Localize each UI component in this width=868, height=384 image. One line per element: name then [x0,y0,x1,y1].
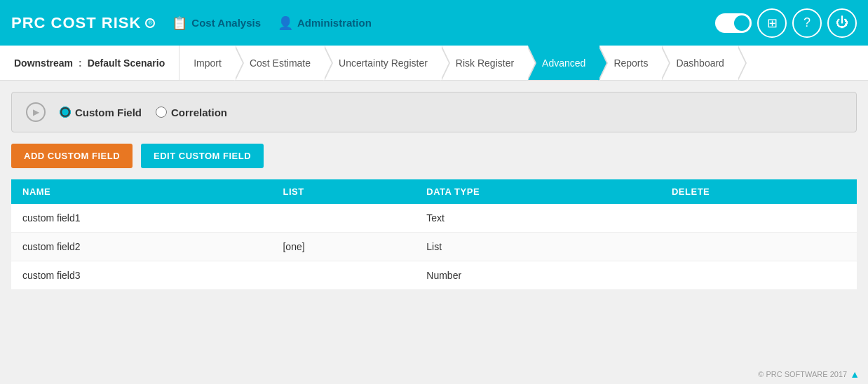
cell-list-1 [271,204,415,233]
footer: © PRC SOFTWARE 2017 ▲ [750,364,868,384]
cell-delete-2 [660,233,857,261]
tab-uncertainty-register[interactable]: Uncertainty Register [325,46,442,80]
main-content: ▶ Custom Field Correlation ADD CUSTOM FI… [0,81,868,301]
tab-advanced[interactable]: Advanced [528,46,599,80]
cost-analysis-icon: 📋 [172,15,187,31]
radio-custom-field-input[interactable] [60,107,71,118]
nav-administration-label: Administration [297,17,372,29]
cell-delete-3 [660,261,857,290]
cell-name-3: custom field3 [11,261,271,290]
radio-section: ▶ Custom Field Correlation [11,92,857,132]
cell-datatype-2: List [415,233,660,261]
power-button[interactable]: ⏻ [827,8,857,38]
logo-registered: ® [145,18,155,28]
table-row: custom field3 Number [11,261,857,290]
radio-correlation-input[interactable] [156,107,167,118]
app-header: PRC COST RISK ® 📋 Cost Analysis 👤 Admini… [0,0,868,46]
edit-custom-field-button[interactable]: EDIT CUSTOM FIELD [141,144,264,168]
table-row: custom field2 [one] List [11,233,857,261]
cell-delete-1 [660,204,857,233]
col-data-type: DATA TYPE [415,179,660,204]
footer-text: © PRC SOFTWARE 2017 [758,370,847,378]
radio-custom-field-label: Custom Field [75,107,142,118]
radio-custom-field[interactable]: Custom Field [60,107,142,118]
breadcrumb-separator: : [79,57,82,69]
nav-administration[interactable]: 👤 Administration [278,15,372,31]
nav-cost-analysis[interactable]: 📋 Cost Analysis [172,15,261,31]
grid-button[interactable]: ⊞ [757,8,787,38]
help-button[interactable]: ? [792,8,822,38]
add-custom-field-button[interactable]: ADD CUSTOM FIELD [11,144,133,168]
tab-cost-estimate[interactable]: Cost Estimate [236,46,325,80]
play-icon[interactable]: ▶ [26,102,46,122]
table-header-row: NAME LIST DATA TYPE DELETE [11,179,857,204]
tabs-container: Import Cost Estimate Uncertainty Registe… [179,46,868,80]
help-icon: ? [803,15,811,30]
radio-correlation[interactable]: Correlation [156,107,227,118]
col-name: NAME [11,179,271,204]
cell-datatype-3: Number [415,261,660,290]
grid-icon: ⊞ [767,15,778,31]
action-buttons: ADD CUSTOM FIELD EDIT CUSTOM FIELD [11,144,857,168]
logo: PRC COST RISK ® [11,14,155,32]
tab-reports[interactable]: Reports [599,46,662,80]
cell-list-3 [271,261,415,290]
custom-fields-table: NAME LIST DATA TYPE DELETE custom field1… [11,179,857,290]
col-list: LIST [271,179,415,204]
nav-cost-analysis-label: Cost Analysis [191,17,261,29]
header-actions: ⊞ ? ⏻ [715,8,857,38]
administration-icon: 👤 [278,15,293,31]
tab-import[interactable]: Import [179,46,236,80]
cell-datatype-1: Text [415,204,660,233]
breadcrumb: Downstream : Default Scenario [0,46,179,80]
toggle-button[interactable] [715,13,752,33]
breadcrumb-scenario: Default Scenario [88,57,165,69]
col-delete: DELETE [660,179,857,204]
tabbar: Downstream : Default Scenario Import Cos… [0,46,868,81]
radio-correlation-label: Correlation [171,107,227,118]
header-nav: 📋 Cost Analysis 👤 Administration [172,15,372,31]
power-icon: ⏻ [836,15,848,30]
toggle-circle [734,15,750,31]
cell-list-2: [one] [271,233,415,261]
cell-name-1: custom field1 [11,204,271,233]
table-row: custom field1 Text [11,204,857,233]
tab-dashboard[interactable]: Dashboard [662,46,738,80]
logo-text: PRC COST RISK [11,14,141,32]
scroll-up-icon[interactable]: ▲ [850,369,860,380]
tab-risk-register[interactable]: Risk Register [442,46,528,80]
breadcrumb-project: Downstream [14,57,73,69]
cell-name-2: custom field2 [11,233,271,261]
